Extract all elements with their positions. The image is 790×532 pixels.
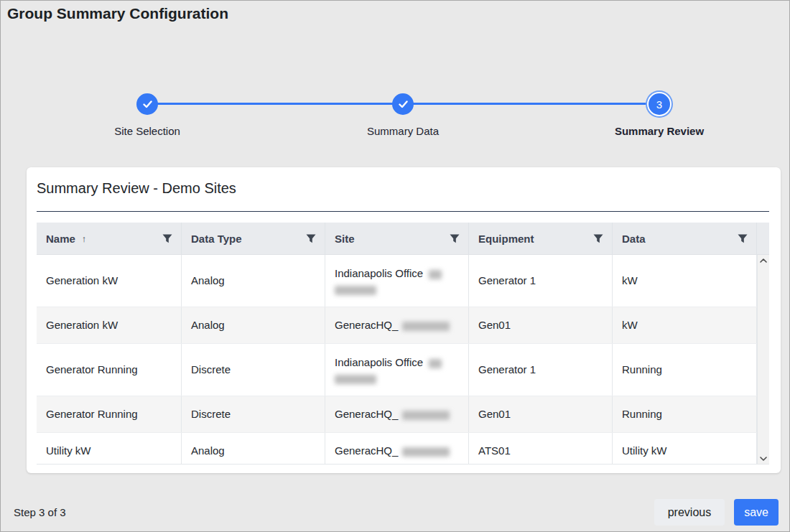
stepper: Site Selection Summary Data 3 Summary Re… [1,1,790,144]
cell-data: kW [613,255,757,307]
previous-button[interactable]: previous [654,499,725,526]
column-header-data-type[interactable]: Data Type [182,223,325,254]
step-circle-completed[interactable] [136,93,158,115]
card-title: Summary Review - Demo Sites [37,180,236,197]
step-summary-review[interactable]: 3 Summary Review [580,93,738,137]
step-site-selection[interactable]: Site Selection [68,93,226,137]
site-text: Indianapolis Office [335,356,423,368]
redacted-text [429,270,442,279]
site-text: GeneracHQ_ [335,444,398,457]
redacted-text [335,375,376,384]
cell-data-type: Discrete [182,344,325,396]
redacted-text [402,411,450,420]
cell-equipment: Gen01 [469,396,613,432]
step-label: Summary Review [580,125,738,137]
table-header: Name ↑ Data Type Site Equipment Data [37,223,769,255]
save-button[interactable]: save [734,499,779,526]
cell-name: Generation kW [37,255,182,307]
column-label: Data Type [191,233,242,245]
table-row[interactable]: Utility kWAnalogGeneracHQ_ATS01Utility k… [37,433,757,465]
scroll-down-icon[interactable] [760,457,767,461]
check-icon [399,101,408,108]
cell-data-type: Discrete [182,396,325,432]
step-circle-active[interactable]: 3 [649,93,670,115]
cell-equipment: Gen01 [469,307,613,343]
step-label: Site Selection [68,125,226,137]
cell-site: GeneracHQ_ [325,433,469,465]
cell-data-type: Analog [182,433,325,465]
table-row[interactable]: Generator RunningDiscreteIndianapolis Of… [37,344,757,396]
header-spacer [757,223,769,254]
column-header-data[interactable]: Data [613,223,757,254]
table-row[interactable]: Generator RunningDiscreteGeneracHQ_Gen01… [37,396,757,433]
scroll-up-icon[interactable] [760,258,767,263]
step-label: Summary Data [324,125,482,137]
cell-data-type: Analog [182,255,325,307]
cell-data: Running [613,344,757,396]
redacted-text [335,286,376,295]
cell-name: Utility kW [37,433,182,465]
check-icon [143,101,152,108]
sort-ascending-icon[interactable]: ↑ [82,233,87,244]
footer-buttons: previous save [654,499,779,526]
site-text: Indianapolis Office [335,267,423,279]
cell-site: GeneracHQ_ [325,396,469,432]
cell-data-type: Analog [182,307,325,343]
filter-icon[interactable] [738,234,748,243]
cell-data: Utility kW [613,433,757,465]
cell-name: Generation kW [37,307,182,343]
filter-icon[interactable] [593,234,603,243]
filter-icon[interactable] [306,234,316,243]
cell-site: GeneracHQ_ [325,307,469,343]
card-divider [37,211,769,212]
filter-icon[interactable] [162,234,172,243]
vertical-scrollbar[interactable] [757,255,769,465]
column-label: Data [622,233,646,245]
cell-equipment: Generator 1 [469,255,613,307]
redacted-text [402,322,450,331]
footer-step-indicator: Step 3 of 3 [14,506,66,518]
cell-equipment: Generator 1 [469,344,613,396]
cell-name: Generator Running [37,396,182,432]
redacted-text [402,447,450,457]
column-label: Site [335,233,355,245]
site-text: GeneracHQ_ [335,319,398,331]
column-label: Name [46,233,75,245]
summary-review-card: Summary Review - Demo Sites Name ↑ Data … [27,167,781,473]
site-text: GeneracHQ_ [335,408,398,420]
step-summary-data[interactable]: Summary Data [324,93,482,137]
column-header-name[interactable]: Name ↑ [37,223,182,254]
column-label: Equipment [478,233,534,245]
summary-table: Name ↑ Data Type Site Equipment Data [37,223,769,465]
table-row[interactable]: Generation kWAnalogIndianapolis OfficeGe… [37,255,757,307]
cell-data: Running [613,396,757,432]
column-header-equipment[interactable]: Equipment [469,223,613,254]
cell-name: Generator Running [37,344,182,396]
table-body: Generation kWAnalogIndianapolis OfficeGe… [37,255,769,465]
table-row[interactable]: Generation kWAnalogGeneracHQ_Gen01kW [37,307,757,344]
cell-data: kW [613,307,757,343]
cell-site: Indianapolis Office [325,255,469,307]
step-circle-completed[interactable] [392,93,414,115]
column-header-site[interactable]: Site [325,223,469,254]
cell-site: Indianapolis Office [325,344,469,396]
step-number: 3 [656,98,662,111]
cell-equipment: ATS01 [469,433,613,465]
redacted-text [429,359,442,368]
filter-icon[interactable] [450,234,460,243]
